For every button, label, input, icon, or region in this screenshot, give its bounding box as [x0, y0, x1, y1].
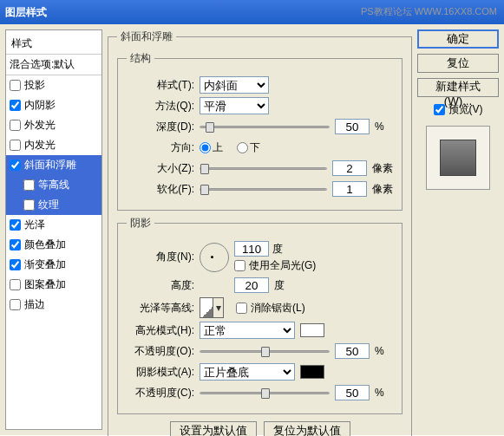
direction-label: 方向: [127, 140, 194, 155]
size-input[interactable] [332, 160, 367, 176]
style-label: 外发光 [24, 118, 56, 133]
depth-input[interactable] [335, 119, 370, 134]
style-label: 颜色叠加 [24, 238, 66, 252]
blend-options[interactable]: 混合选项:默认 [6, 55, 101, 75]
radio-up[interactable] [200, 142, 211, 153]
percent-unit: % [375, 120, 384, 133]
style-label: 纹理 [38, 198, 59, 212]
shadow-mode-select[interactable]: 正片叠底 [200, 363, 295, 381]
checkbox-gradient-overlay[interactable] [10, 259, 21, 270]
shading-group: 阴影 角度(N): 度 使用全局光(G) 高度: [117, 216, 403, 414]
reset-default-button[interactable]: 复位为默认值 [264, 421, 350, 436]
altitude-label: 高度: [127, 278, 194, 293]
checkbox-inner-glow[interactable] [10, 140, 21, 151]
style-satin[interactable]: 光泽 [6, 215, 101, 235]
checkbox-satin[interactable] [10, 219, 21, 231]
style-bevel-emboss[interactable]: 斜面和浮雕 [6, 155, 101, 175]
styles-header[interactable]: 样式 [6, 34, 101, 55]
checkbox-pattern-overlay[interactable] [10, 279, 21, 290]
soften-label: 软化(F): [127, 182, 194, 197]
make-default-button[interactable]: 设置为默认值 [170, 421, 257, 436]
gloss-contour-picker[interactable]: ▾ [200, 297, 224, 318]
global-light-label: 使用全局光(G) [249, 258, 316, 273]
style-drop-shadow[interactable]: 投影 [6, 75, 101, 95]
checkbox-contour[interactable] [23, 179, 35, 191]
style-outer-glow[interactable]: 外发光 [6, 115, 101, 135]
shadow-opacity-slider[interactable] [200, 392, 330, 394]
checkbox-preview[interactable] [434, 104, 445, 115]
px-unit: 像素 [372, 161, 393, 176]
chevron-down-icon[interactable]: ▾ [213, 298, 223, 317]
style-label: 斜面和浮雕 [24, 158, 76, 172]
shading-legend: 阴影 [127, 216, 154, 231]
style-label: 等高线 [38, 178, 69, 192]
degree-unit: 度 [272, 242, 283, 257]
shadow-mode-label: 阴影模式(A): [127, 365, 194, 380]
highlight-opacity-label: 不透明度(O): [127, 344, 194, 359]
direction-up[interactable]: 上 [200, 140, 223, 155]
new-style-button[interactable]: 新建样式(W)... [417, 78, 499, 97]
direction-down[interactable]: 下 [237, 140, 260, 155]
soften-input[interactable] [332, 181, 367, 197]
gloss-contour-label: 光泽等高线: [127, 301, 194, 316]
style-inner-glow[interactable]: 内发光 [6, 135, 101, 155]
checkbox-global-light[interactable] [234, 260, 245, 271]
soften-slider[interactable] [200, 188, 327, 191]
preview-swatch [426, 126, 490, 190]
style-texture[interactable]: 纹理 [6, 195, 101, 215]
size-slider[interactable] [200, 167, 327, 170]
global-light[interactable]: 使用全局光(G) [234, 258, 316, 273]
structure-group: 结构 样式(T): 内斜面 方法(Q): 平滑 深度(D): % 方向: [117, 51, 403, 211]
style-label: 描边 [24, 297, 45, 312]
angle-dial[interactable] [200, 243, 229, 272]
style-pattern-overlay[interactable]: 图案叠加 [6, 275, 101, 295]
checkbox-antialias[interactable] [236, 303, 247, 314]
altitude-input[interactable] [234, 277, 269, 293]
highlight-mode-select[interactable]: 正常 [200, 322, 295, 339]
checkbox-bevel[interactable] [10, 159, 21, 171]
degree-unit: 度 [274, 278, 285, 293]
radio-down[interactable] [237, 142, 248, 153]
checkbox-stroke[interactable] [10, 299, 21, 310]
style-contour[interactable]: 等高线 [6, 175, 101, 195]
ok-button[interactable]: 确定 [417, 29, 499, 49]
shadow-color-swatch[interactable] [300, 365, 324, 379]
style-label: 投影 [24, 78, 45, 93]
style-label: 内阴影 [24, 98, 56, 113]
style-label: 内发光 [24, 138, 56, 153]
antialias[interactable]: 消除锯齿(L) [236, 301, 305, 316]
dir-up-label: 上 [213, 140, 223, 155]
checkbox-outer-glow[interactable] [10, 120, 21, 131]
highlight-opacity-slider[interactable] [200, 350, 330, 353]
px-unit: 像素 [372, 182, 393, 197]
shadow-opacity-input[interactable] [335, 385, 370, 400]
style-inner-shadow[interactable]: 内阴影 [6, 95, 101, 115]
checkbox-texture[interactable] [23, 199, 35, 211]
percent-unit: % [375, 387, 384, 399]
checkbox-inner-shadow[interactable] [10, 100, 21, 111]
technique-select[interactable]: 平滑 [200, 97, 269, 114]
antialias-label: 消除锯齿(L) [251, 301, 305, 316]
preview-toggle[interactable]: 预览(V) [417, 102, 499, 117]
style-gradient-overlay[interactable]: 渐变叠加 [6, 255, 101, 275]
styles-list: 样式 混合选项:默认 投影 内阴影 外发光 内发光 斜面和浮雕 等高线 纹理 光… [5, 29, 102, 430]
shadow-opacity-label: 不透明度(C): [127, 386, 194, 400]
cancel-button[interactable]: 复位 [417, 54, 499, 73]
preview-thumbnail [440, 140, 476, 176]
checkbox-drop-shadow[interactable] [10, 80, 21, 91]
blend-options-label: 混合选项:默认 [10, 57, 75, 72]
structure-legend: 结构 [127, 51, 154, 66]
angle-label: 角度(N): [127, 250, 194, 264]
style-type-select[interactable]: 内斜面 [200, 76, 269, 94]
style-type-label: 样式(T): [127, 78, 194, 93]
bevel-emboss-group: 斜面和浮雕 结构 样式(T): 内斜面 方法(Q): 平滑 深度(D): % [108, 29, 412, 436]
highlight-opacity-input[interactable] [335, 343, 370, 359]
checkbox-color-overlay[interactable] [10, 239, 21, 251]
angle-input[interactable] [234, 241, 269, 257]
preview-label: 预览(V) [448, 102, 483, 117]
highlight-color-swatch[interactable] [300, 323, 324, 337]
style-label: 光泽 [24, 218, 45, 232]
depth-slider[interactable] [200, 126, 330, 128]
style-color-overlay[interactable]: 颜色叠加 [6, 235, 101, 255]
style-stroke[interactable]: 描边 [6, 295, 101, 315]
